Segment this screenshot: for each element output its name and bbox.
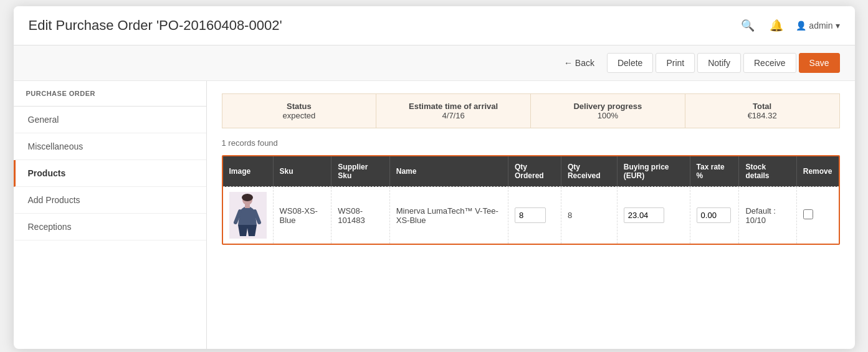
cell-qty-received: 8 — [561, 187, 617, 244]
remove-checkbox[interactable] — [803, 209, 813, 219]
cell-sku: WS08-XS-Blue — [273, 187, 331, 244]
receive-button[interactable]: Receive — [743, 53, 796, 73]
back-button[interactable]: ← Back — [554, 54, 604, 72]
status-bar: Status expected Estimate time of arrival… — [222, 93, 840, 128]
svg-rect-2 — [245, 204, 250, 208]
cell-qty-ordered[interactable] — [508, 187, 561, 244]
user-menu[interactable]: 👤 admin ▾ — [796, 21, 839, 31]
sidebar-item-miscellaneous[interactable]: Miscellaneous — [14, 133, 206, 160]
page-title: Edit Purchase Order 'PO-20160408-0002' — [29, 17, 282, 34]
table-row: WS08-XS-Blue WS08-101483 Minerva LumaTec… — [223, 187, 839, 244]
col-qty-ordered: Qty Ordered — [508, 156, 561, 187]
sidebar-item-products[interactable]: Products — [14, 160, 206, 187]
person-figure-icon — [231, 194, 265, 237]
products-table-container: Image Sku Supplier Sku Name Qty Ordered … — [222, 155, 840, 245]
search-icon: 🔍 — [741, 19, 755, 32]
col-sku: Sku — [273, 156, 331, 187]
sidebar-item-receptions[interactable]: Receptions — [14, 214, 206, 240]
cell-buying-price[interactable] — [617, 187, 690, 244]
cell-remove[interactable] — [796, 187, 838, 244]
sidebar-item-general[interactable]: General — [14, 107, 206, 133]
delete-button[interactable]: Delete — [607, 53, 653, 73]
user-label: admin — [809, 21, 832, 31]
main-layout: PURCHASE ORDER General Miscellaneous Pro… — [14, 81, 855, 349]
col-remove: Remove — [796, 156, 838, 187]
notification-button[interactable]: 🔔 — [767, 16, 786, 35]
search-button[interactable]: 🔍 — [738, 16, 757, 35]
records-found: 1 records found — [222, 138, 840, 148]
status-cell-eta: Estimate time of arrival 4/7/16 — [376, 94, 531, 128]
col-tax-rate: Tax rate % — [690, 156, 739, 187]
qty-ordered-input[interactable] — [515, 207, 546, 223]
cell-name: Minerva LumaTech™ V-Tee-XS-Blue — [389, 187, 508, 244]
col-stock-details: Stock details — [739, 156, 796, 187]
sidebar-section-title: PURCHASE ORDER — [14, 81, 206, 107]
save-button[interactable]: Save — [799, 53, 840, 73]
content-area: Status expected Estimate time of arrival… — [207, 81, 855, 349]
col-buying-price: Buying price (EUR) — [617, 156, 690, 187]
sidebar: PURCHASE ORDER General Miscellaneous Pro… — [14, 81, 207, 349]
top-bar: Edit Purchase Order 'PO-20160408-0002' 🔍… — [14, 6, 855, 45]
status-cell-delivery: Delivery progress 100% — [531, 94, 685, 128]
action-toolbar: ← Back Delete Print Notify Receive Save — [14, 45, 855, 81]
user-icon: 👤 — [796, 21, 806, 31]
col-supplier-sku: Supplier Sku — [331, 156, 389, 187]
status-cell-status: Status expected — [222, 94, 377, 128]
cell-image — [223, 187, 274, 244]
col-qty-received: Qty Received — [561, 156, 617, 187]
table-header-row: Image Sku Supplier Sku Name Qty Ordered … — [223, 156, 839, 187]
product-image — [229, 192, 267, 239]
col-image: Image — [223, 156, 274, 187]
col-name: Name — [389, 156, 508, 187]
tax-rate-input[interactable] — [697, 207, 731, 223]
cell-stock-details: Default : 10/10 — [739, 187, 796, 244]
products-table: Image Sku Supplier Sku Name Qty Ordered … — [223, 156, 839, 244]
bell-icon: 🔔 — [770, 19, 783, 32]
cell-tax-rate[interactable] — [690, 187, 739, 244]
notify-button[interactable]: Notify — [697, 53, 741, 73]
svg-point-1 — [242, 194, 253, 201]
chevron-down-icon: ▾ — [836, 21, 840, 31]
main-window: Edit Purchase Order 'PO-20160408-0002' 🔍… — [14, 6, 855, 349]
top-icons: 🔍 🔔 👤 admin ▾ — [738, 16, 839, 35]
buying-price-input[interactable] — [624, 207, 664, 223]
sidebar-item-add-products[interactable]: Add Products — [14, 187, 206, 214]
status-cell-total: Total €184.32 — [685, 94, 839, 128]
cell-supplier-sku: WS08-101483 — [331, 187, 389, 244]
print-button[interactable]: Print — [656, 53, 695, 73]
